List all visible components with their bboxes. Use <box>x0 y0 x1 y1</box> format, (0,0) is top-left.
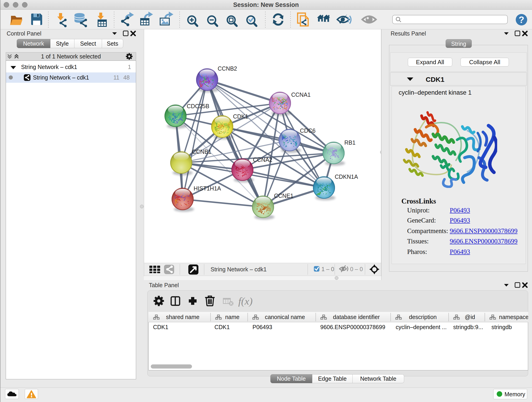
svg-text:database identifier: database identifier <box>333 314 380 320</box>
svg-text:canonical name: canonical name <box>265 314 305 320</box>
svg-text:CDC6: CDC6 <box>300 128 316 134</box>
svg-text:CDK1: CDK1 <box>233 113 248 120</box>
svg-text:CCNB2: CCNB2 <box>218 65 237 72</box>
svg-text:CDKN1A: CDKN1A <box>335 173 358 180</box>
svg-text:namespace: namespace <box>499 314 528 320</box>
svg-text:HIST1H1A: HIST1H1A <box>194 185 221 191</box>
svg-text:0 – 0: 0 – 0 <box>350 266 363 272</box>
svg-text:CDC25B: CDC25B <box>187 103 209 109</box>
svg-text:shared name: shared name <box>166 314 200 320</box>
svg-text:description: description <box>409 314 437 320</box>
svg-text:String Network – cdk1: String Network – cdk1 <box>210 266 267 273</box>
svg-text:?: ? <box>519 15 524 25</box>
svg-text:CCNA2: CCNA2 <box>253 157 272 163</box>
svg-text:f(x): f(x) <box>238 295 253 307</box>
svg-text:@id: @id <box>465 314 475 320</box>
svg-text:RB1: RB1 <box>344 139 355 146</box>
svg-text:1 – 0: 1 – 0 <box>322 266 334 272</box>
svg-text:CCNB1: CCNB1 <box>192 148 211 155</box>
svg-text:CCNE1: CCNE1 <box>274 192 293 199</box>
svg-text:CCNA1: CCNA1 <box>291 91 311 98</box>
svg-text:name: name <box>225 314 240 320</box>
